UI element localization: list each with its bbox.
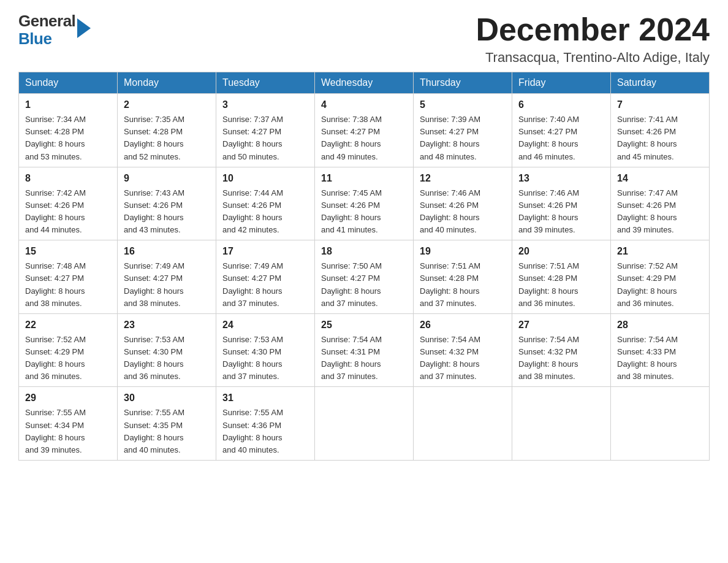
calendar-cell: 17Sunrise: 7:49 AMSunset: 4:27 PMDayligh… bbox=[216, 240, 315, 314]
day-number: 4 bbox=[321, 98, 407, 112]
calendar-cell: 31Sunrise: 7:55 AMSunset: 4:36 PMDayligh… bbox=[216, 387, 315, 461]
day-info: Sunrise: 7:49 AMSunset: 4:27 PMDaylight:… bbox=[124, 260, 210, 310]
calendar-cell: 29Sunrise: 7:55 AMSunset: 4:34 PMDayligh… bbox=[19, 387, 118, 461]
calendar-header-row: SundayMondayTuesdayWednesdayThursdayFrid… bbox=[19, 72, 710, 94]
calendar-cell bbox=[512, 387, 611, 461]
calendar-cell: 12Sunrise: 7:46 AMSunset: 4:26 PMDayligh… bbox=[414, 167, 512, 240]
calendar-cell: 7Sunrise: 7:41 AMSunset: 4:26 PMDaylight… bbox=[611, 94, 710, 167]
day-number: 10 bbox=[222, 171, 308, 186]
day-number: 23 bbox=[124, 318, 210, 332]
day-header-friday: Friday bbox=[512, 72, 611, 94]
day-info: Sunrise: 7:54 AMSunset: 4:31 PMDaylight:… bbox=[321, 334, 407, 383]
calendar-cell bbox=[315, 387, 414, 461]
calendar-week-row: 1Sunrise: 7:34 AMSunset: 4:28 PMDaylight… bbox=[19, 94, 710, 167]
day-info: Sunrise: 7:43 AMSunset: 4:26 PMDaylight:… bbox=[124, 187, 210, 237]
day-number: 7 bbox=[617, 98, 703, 112]
day-info: Sunrise: 7:55 AMSunset: 4:34 PMDaylight:… bbox=[25, 407, 111, 456]
day-header-wednesday: Wednesday bbox=[315, 72, 414, 94]
title-area: December 2024 Transacqua, Trentino-Alto … bbox=[476, 12, 710, 66]
calendar-cell: 16Sunrise: 7:49 AMSunset: 4:27 PMDayligh… bbox=[118, 240, 216, 314]
logo-general: General bbox=[18, 12, 75, 30]
day-number: 30 bbox=[124, 391, 210, 405]
calendar-cell bbox=[414, 387, 512, 461]
day-number: 29 bbox=[25, 391, 111, 405]
calendar-week-row: 15Sunrise: 7:48 AMSunset: 4:27 PMDayligh… bbox=[19, 240, 710, 314]
day-info: Sunrise: 7:45 AMSunset: 4:26 PMDaylight:… bbox=[321, 187, 407, 237]
day-number: 3 bbox=[222, 98, 308, 112]
day-info: Sunrise: 7:54 AMSunset: 4:33 PMDaylight:… bbox=[617, 334, 703, 383]
day-number: 25 bbox=[321, 318, 407, 332]
day-number: 24 bbox=[222, 318, 308, 332]
day-info: Sunrise: 7:48 AMSunset: 4:27 PMDaylight:… bbox=[25, 260, 111, 310]
day-info: Sunrise: 7:53 AMSunset: 4:30 PMDaylight:… bbox=[124, 334, 210, 383]
calendar-cell: 21Sunrise: 7:52 AMSunset: 4:29 PMDayligh… bbox=[611, 240, 710, 314]
day-info: Sunrise: 7:54 AMSunset: 4:32 PMDaylight:… bbox=[420, 334, 506, 383]
day-header-monday: Monday bbox=[118, 72, 216, 94]
calendar-week-row: 22Sunrise: 7:52 AMSunset: 4:29 PMDayligh… bbox=[19, 313, 710, 387]
day-info: Sunrise: 7:51 AMSunset: 4:28 PMDaylight:… bbox=[420, 260, 506, 310]
calendar-table: SundayMondayTuesdayWednesdayThursdayFrid… bbox=[18, 72, 710, 461]
calendar-cell: 4Sunrise: 7:38 AMSunset: 4:27 PMDaylight… bbox=[315, 94, 414, 167]
day-header-saturday: Saturday bbox=[611, 72, 710, 94]
day-number: 5 bbox=[420, 98, 506, 112]
calendar-cell: 26Sunrise: 7:54 AMSunset: 4:32 PMDayligh… bbox=[414, 313, 512, 387]
day-number: 13 bbox=[518, 171, 604, 186]
day-info: Sunrise: 7:47 AMSunset: 4:26 PMDaylight:… bbox=[617, 187, 703, 237]
logo: General Blue bbox=[18, 12, 91, 47]
calendar-cell: 25Sunrise: 7:54 AMSunset: 4:31 PMDayligh… bbox=[315, 313, 414, 387]
day-number: 16 bbox=[124, 244, 210, 259]
calendar-cell bbox=[611, 387, 710, 461]
calendar-cell: 1Sunrise: 7:34 AMSunset: 4:28 PMDaylight… bbox=[19, 94, 118, 167]
day-info: Sunrise: 7:34 AMSunset: 4:28 PMDaylight:… bbox=[25, 113, 111, 163]
day-info: Sunrise: 7:46 AMSunset: 4:26 PMDaylight:… bbox=[518, 187, 604, 237]
calendar-cell: 28Sunrise: 7:54 AMSunset: 4:33 PMDayligh… bbox=[611, 313, 710, 387]
day-info: Sunrise: 7:52 AMSunset: 4:29 PMDaylight:… bbox=[25, 334, 111, 383]
day-number: 2 bbox=[124, 98, 210, 112]
day-info: Sunrise: 7:53 AMSunset: 4:30 PMDaylight:… bbox=[222, 334, 308, 383]
calendar-cell: 20Sunrise: 7:51 AMSunset: 4:28 PMDayligh… bbox=[512, 240, 611, 314]
day-info: Sunrise: 7:52 AMSunset: 4:29 PMDaylight:… bbox=[617, 260, 703, 310]
day-info: Sunrise: 7:44 AMSunset: 4:26 PMDaylight:… bbox=[222, 187, 308, 237]
day-info: Sunrise: 7:50 AMSunset: 4:27 PMDaylight:… bbox=[321, 260, 407, 310]
day-header-tuesday: Tuesday bbox=[216, 72, 315, 94]
day-number: 27 bbox=[518, 318, 604, 332]
day-number: 22 bbox=[25, 318, 111, 332]
day-info: Sunrise: 7:55 AMSunset: 4:35 PMDaylight:… bbox=[124, 407, 210, 456]
day-info: Sunrise: 7:40 AMSunset: 4:27 PMDaylight:… bbox=[518, 113, 604, 163]
page-header: General Blue December 2024 Transacqua, T… bbox=[18, 12, 710, 66]
day-number: 8 bbox=[25, 171, 111, 186]
logo-blue: Blue bbox=[18, 30, 75, 48]
calendar-cell: 5Sunrise: 7:39 AMSunset: 4:27 PMDaylight… bbox=[414, 94, 512, 167]
location-title: Transacqua, Trentino-Alto Adige, Italy bbox=[476, 50, 710, 66]
day-info: Sunrise: 7:41 AMSunset: 4:26 PMDaylight:… bbox=[617, 113, 703, 163]
day-info: Sunrise: 7:37 AMSunset: 4:27 PMDaylight:… bbox=[222, 113, 308, 163]
day-header-sunday: Sunday bbox=[19, 72, 118, 94]
calendar-cell: 9Sunrise: 7:43 AMSunset: 4:26 PMDaylight… bbox=[118, 167, 216, 240]
calendar-cell: 2Sunrise: 7:35 AMSunset: 4:28 PMDaylight… bbox=[118, 94, 216, 167]
day-number: 17 bbox=[222, 244, 308, 259]
day-header-thursday: Thursday bbox=[414, 72, 512, 94]
day-info: Sunrise: 7:55 AMSunset: 4:36 PMDaylight:… bbox=[222, 407, 308, 456]
day-info: Sunrise: 7:42 AMSunset: 4:26 PMDaylight:… bbox=[25, 187, 111, 237]
day-number: 1 bbox=[25, 98, 111, 112]
day-info: Sunrise: 7:46 AMSunset: 4:26 PMDaylight:… bbox=[420, 187, 506, 237]
day-number: 12 bbox=[420, 171, 506, 186]
calendar-cell: 19Sunrise: 7:51 AMSunset: 4:28 PMDayligh… bbox=[414, 240, 512, 314]
calendar-cell: 27Sunrise: 7:54 AMSunset: 4:32 PMDayligh… bbox=[512, 313, 611, 387]
month-title: December 2024 bbox=[476, 12, 710, 47]
day-info: Sunrise: 7:35 AMSunset: 4:28 PMDaylight:… bbox=[124, 113, 210, 163]
day-number: 20 bbox=[518, 244, 604, 259]
calendar-cell: 13Sunrise: 7:46 AMSunset: 4:26 PMDayligh… bbox=[512, 167, 611, 240]
calendar-cell: 10Sunrise: 7:44 AMSunset: 4:26 PMDayligh… bbox=[216, 167, 315, 240]
calendar-cell: 6Sunrise: 7:40 AMSunset: 4:27 PMDaylight… bbox=[512, 94, 611, 167]
day-number: 11 bbox=[321, 171, 407, 186]
calendar-week-row: 8Sunrise: 7:42 AMSunset: 4:26 PMDaylight… bbox=[19, 167, 710, 240]
day-number: 6 bbox=[518, 98, 604, 112]
calendar-cell: 11Sunrise: 7:45 AMSunset: 4:26 PMDayligh… bbox=[315, 167, 414, 240]
calendar-cell: 24Sunrise: 7:53 AMSunset: 4:30 PMDayligh… bbox=[216, 313, 315, 387]
day-info: Sunrise: 7:51 AMSunset: 4:28 PMDaylight:… bbox=[518, 260, 604, 310]
logo-arrow-icon bbox=[77, 18, 91, 38]
day-number: 31 bbox=[222, 391, 308, 405]
day-number: 14 bbox=[617, 171, 703, 186]
day-info: Sunrise: 7:38 AMSunset: 4:27 PMDaylight:… bbox=[321, 113, 407, 163]
